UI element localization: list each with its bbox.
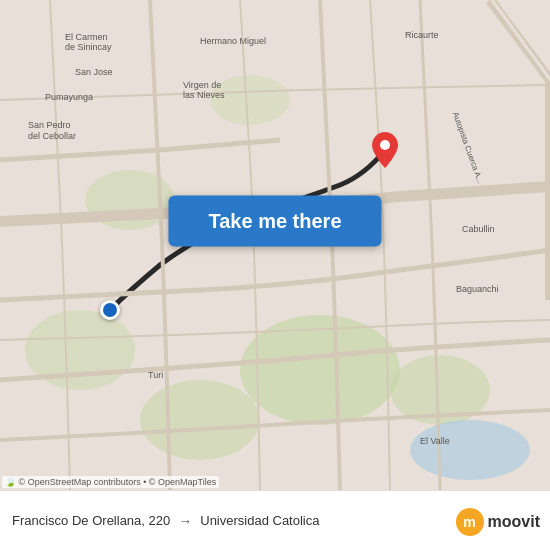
destination-pin (372, 132, 398, 172)
map-container: El Carmen de Sinincay San Jose Pumayunga… (0, 0, 550, 490)
route-from: Francisco De Orellana, 220 (12, 513, 170, 528)
svg-text:Virgen de: Virgen de (183, 80, 221, 90)
svg-point-2 (140, 380, 260, 460)
svg-point-6 (210, 75, 290, 125)
svg-text:Cabullin: Cabullin (462, 224, 495, 234)
osm-leaf-icon: 🍃 (5, 477, 16, 487)
svg-point-7 (410, 420, 530, 480)
moovit-icon: m (456, 508, 484, 536)
svg-text:Hermano Miguel: Hermano Miguel (200, 36, 266, 46)
svg-text:de Sinincay: de Sinincay (65, 42, 112, 52)
svg-text:Turi: Turi (148, 370, 163, 380)
origin-pin (100, 300, 120, 320)
route-info: Francisco De Orellana, 220 → Universidad… (12, 513, 319, 529)
moovit-brand-name: moovit (488, 513, 540, 531)
route-arrow: → (178, 513, 192, 529)
moovit-logo: m moovit (456, 508, 540, 536)
svg-text:Baguanchi: Baguanchi (456, 284, 499, 294)
svg-text:del Cebollar: del Cebollar (28, 131, 76, 141)
svg-point-24 (380, 140, 390, 150)
svg-text:San Pedro: San Pedro (28, 120, 71, 130)
bottom-bar: Francisco De Orellana, 220 → Universidad… (0, 490, 550, 550)
take-me-there-button[interactable]: Take me there (168, 195, 381, 246)
svg-text:Pumayunga: Pumayunga (45, 92, 93, 102)
svg-text:El Carmen: El Carmen (65, 32, 108, 42)
svg-text:las Nieves: las Nieves (183, 90, 225, 100)
svg-text:San Jose: San Jose (75, 67, 113, 77)
route-to: Universidad Catolica (200, 513, 319, 528)
svg-text:El Valle: El Valle (420, 436, 450, 446)
copyright-notice: 🍃 © OpenStreetMap contributors • © OpenM… (2, 476, 219, 488)
svg-text:Ricaurte: Ricaurte (405, 30, 439, 40)
